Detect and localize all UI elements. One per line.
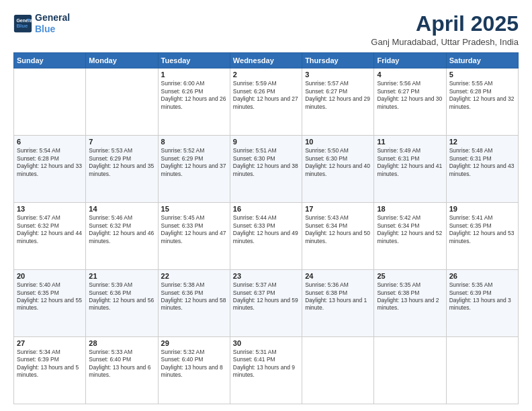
table-row: 19Sunrise: 5:41 AM Sunset: 6:35 PM Dayli… [446,203,518,270]
day-number: 26 [449,272,515,280]
day-number: 8 [161,138,227,146]
logo: General Blue General Blue [13,12,70,35]
day-info: Sunrise: 5:56 AM Sunset: 6:27 PM Dayligh… [377,80,443,111]
day-number: 5 [449,71,515,79]
month-title: April 2025 [371,12,519,36]
day-info: Sunrise: 5:49 AM Sunset: 6:31 PM Dayligh… [377,147,443,178]
page: General Blue General Blue April 2025 Gan… [0,0,532,411]
table-row [374,337,446,404]
day-info: Sunrise: 5:41 AM Sunset: 6:35 PM Dayligh… [449,214,515,245]
day-info: Sunrise: 5:48 AM Sunset: 6:31 PM Dayligh… [449,147,515,178]
day-number: 9 [233,138,299,146]
table-row: 6Sunrise: 5:54 AM Sunset: 6:28 PM Daylig… [14,136,86,203]
calendar-header-row: Sunday Monday Tuesday Wednesday Thursday… [14,53,519,68]
day-number: 2 [233,71,299,79]
table-row: 17Sunrise: 5:43 AM Sunset: 6:34 PM Dayli… [302,203,374,270]
day-info: Sunrise: 5:53 AM Sunset: 6:29 PM Dayligh… [89,147,154,178]
table-row: 18Sunrise: 5:42 AM Sunset: 6:34 PM Dayli… [374,203,446,270]
table-row: 30Sunrise: 5:31 AM Sunset: 6:41 PM Dayli… [230,337,302,404]
calendar-table: Sunday Monday Tuesday Wednesday Thursday… [13,52,519,404]
day-number: 12 [449,138,515,146]
day-number: 20 [17,272,83,280]
table-row: 1Sunrise: 6:00 AM Sunset: 6:26 PM Daylig… [158,68,230,136]
table-row: 16Sunrise: 5:44 AM Sunset: 6:33 PM Dayli… [230,203,302,270]
day-info: Sunrise: 6:00 AM Sunset: 6:26 PM Dayligh… [161,80,227,111]
day-number: 15 [161,205,227,213]
table-row [446,337,518,404]
day-info: Sunrise: 5:37 AM Sunset: 6:37 PM Dayligh… [233,281,299,312]
table-row: 20Sunrise: 5:40 AM Sunset: 6:35 PM Dayli… [14,270,86,337]
day-info: Sunrise: 5:42 AM Sunset: 6:34 PM Dayligh… [377,214,443,245]
col-wednesday: Wednesday [230,53,302,68]
day-info: Sunrise: 5:55 AM Sunset: 6:28 PM Dayligh… [449,80,515,111]
day-number: 27 [17,339,83,347]
table-row: 26Sunrise: 5:35 AM Sunset: 6:39 PM Dayli… [446,270,518,337]
calendar-week-3: 13Sunrise: 5:47 AM Sunset: 6:32 PM Dayli… [14,203,519,270]
day-info: Sunrise: 5:45 AM Sunset: 6:33 PM Dayligh… [161,214,227,245]
day-info: Sunrise: 5:52 AM Sunset: 6:29 PM Dayligh… [161,147,227,178]
table-row: 7Sunrise: 5:53 AM Sunset: 6:29 PM Daylig… [86,136,158,203]
day-number: 4 [377,71,443,79]
day-info: Sunrise: 5:35 AM Sunset: 6:39 PM Dayligh… [449,281,515,312]
calendar-week-5: 27Sunrise: 5:34 AM Sunset: 6:39 PM Dayli… [14,337,519,404]
location-title: Ganj Muradabad, Uttar Pradesh, India [371,37,519,47]
day-info: Sunrise: 5:43 AM Sunset: 6:34 PM Dayligh… [305,214,371,245]
table-row: 25Sunrise: 5:35 AM Sunset: 6:38 PM Dayli… [374,270,446,337]
day-info: Sunrise: 5:57 AM Sunset: 6:27 PM Dayligh… [305,80,371,111]
col-saturday: Saturday [446,53,518,68]
day-info: Sunrise: 5:44 AM Sunset: 6:33 PM Dayligh… [233,214,299,245]
table-row: 12Sunrise: 5:48 AM Sunset: 6:31 PM Dayli… [446,136,518,203]
header: General Blue General Blue April 2025 Gan… [13,12,519,47]
table-row [14,68,86,136]
day-number: 10 [305,138,371,146]
svg-text:Blue: Blue [16,23,28,29]
logo-text: General Blue [35,12,70,35]
day-info: Sunrise: 5:31 AM Sunset: 6:41 PM Dayligh… [233,349,299,379]
day-number: 11 [377,138,443,146]
table-row [86,68,158,136]
day-number: 22 [161,272,227,280]
table-row [302,337,374,404]
col-thursday: Thursday [302,53,374,68]
day-number: 25 [377,272,443,280]
day-number: 23 [233,272,299,280]
day-number: 13 [17,205,83,213]
col-tuesday: Tuesday [158,53,230,68]
calendar-week-1: 1Sunrise: 6:00 AM Sunset: 6:26 PM Daylig… [14,68,519,136]
day-info: Sunrise: 5:40 AM Sunset: 6:35 PM Dayligh… [17,281,83,312]
table-row: 27Sunrise: 5:34 AM Sunset: 6:39 PM Dayli… [14,337,86,404]
calendar-week-4: 20Sunrise: 5:40 AM Sunset: 6:35 PM Dayli… [14,270,519,337]
table-row: 28Sunrise: 5:33 AM Sunset: 6:40 PM Dayli… [86,337,158,404]
table-row: 5Sunrise: 5:55 AM Sunset: 6:28 PM Daylig… [446,68,518,136]
logo-icon: General Blue [13,14,32,33]
table-row: 13Sunrise: 5:47 AM Sunset: 6:32 PM Dayli… [14,203,86,270]
day-number: 24 [305,272,371,280]
day-number: 29 [161,339,227,347]
day-number: 1 [161,71,227,79]
table-row: 4Sunrise: 5:56 AM Sunset: 6:27 PM Daylig… [374,68,446,136]
day-info: Sunrise: 5:36 AM Sunset: 6:38 PM Dayligh… [305,281,371,312]
calendar-week-2: 6Sunrise: 5:54 AM Sunset: 6:28 PM Daylig… [14,136,519,203]
day-info: Sunrise: 5:46 AM Sunset: 6:32 PM Dayligh… [89,214,154,245]
day-info: Sunrise: 5:34 AM Sunset: 6:39 PM Dayligh… [17,349,83,379]
col-friday: Friday [374,53,446,68]
day-info: Sunrise: 5:51 AM Sunset: 6:30 PM Dayligh… [233,147,299,178]
day-info: Sunrise: 5:33 AM Sunset: 6:40 PM Dayligh… [89,349,154,379]
table-row: 22Sunrise: 5:38 AM Sunset: 6:36 PM Dayli… [158,270,230,337]
day-number: 28 [89,339,154,347]
day-info: Sunrise: 5:47 AM Sunset: 6:32 PM Dayligh… [17,214,83,245]
col-sunday: Sunday [14,53,86,68]
col-monday: Monday [86,53,158,68]
table-row: 10Sunrise: 5:50 AM Sunset: 6:30 PM Dayli… [302,136,374,203]
day-number: 17 [305,205,371,213]
day-number: 18 [377,205,443,213]
day-number: 14 [89,205,154,213]
table-row: 3Sunrise: 5:57 AM Sunset: 6:27 PM Daylig… [302,68,374,136]
day-number: 7 [89,138,154,146]
table-row: 11Sunrise: 5:49 AM Sunset: 6:31 PM Dayli… [374,136,446,203]
day-number: 21 [89,272,154,280]
table-row: 14Sunrise: 5:46 AM Sunset: 6:32 PM Dayli… [86,203,158,270]
day-info: Sunrise: 5:50 AM Sunset: 6:30 PM Dayligh… [305,147,371,178]
table-row: 21Sunrise: 5:39 AM Sunset: 6:36 PM Dayli… [86,270,158,337]
day-info: Sunrise: 5:39 AM Sunset: 6:36 PM Dayligh… [89,281,154,312]
